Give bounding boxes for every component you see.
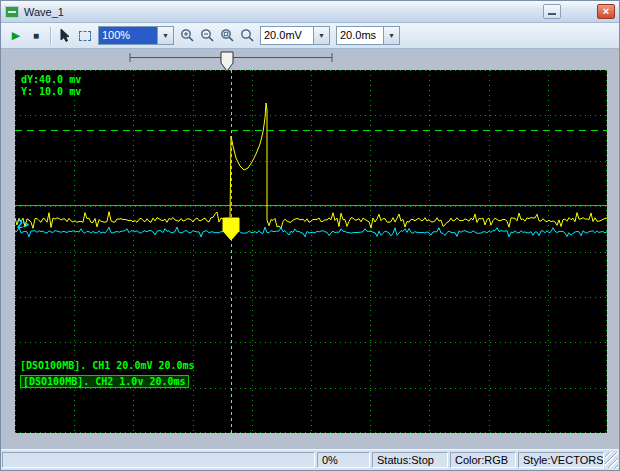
zoom-window-button[interactable] [217, 26, 237, 46]
window-title: Wave_1 [24, 6, 543, 18]
chevron-down-icon[interactable]: ▼ [313, 27, 329, 44]
content-area: dY:40.0 mv Y: 10.0 mv 2> [DSO100MB]. CH1… [1, 49, 619, 449]
chevron-down-icon[interactable]: ▼ [383, 27, 399, 44]
zoom-select[interactable]: 100% ▼ [98, 26, 174, 45]
toolbar: ▶ ■ 100% ▼ [1, 23, 619, 49]
trigger-position-slider[interactable] [129, 51, 333, 73]
resize-grip[interactable] [605, 452, 618, 468]
chevron-down-icon[interactable]: ▼ [157, 27, 173, 44]
scope-display[interactable]: dY:40.0 mv Y: 10.0 mv 2> [DSO100MB]. CH1… [15, 70, 607, 433]
volts-div-value[interactable]: 20.0mV [261, 27, 313, 44]
progress-percent: 0% [317, 452, 370, 468]
time-div-select[interactable]: 20.0ms ▼ [336, 26, 400, 45]
zoom-in-button[interactable] [177, 26, 197, 46]
minimize-button[interactable] [543, 4, 561, 19]
pointer-tool-button[interactable] [55, 26, 75, 46]
channel2-marker: 2> [17, 219, 29, 230]
status-color-mode: Color:RGB [450, 452, 516, 468]
status-message [2, 452, 315, 468]
zoom-out-icon [200, 28, 215, 43]
play-icon: ▶ [12, 29, 20, 42]
select-region-button[interactable] [75, 26, 95, 46]
time-div-value[interactable]: 20.0ms [337, 27, 383, 44]
cursor-delta-readout: dY:40.0 mv [21, 74, 81, 85]
toolbar-separator [50, 27, 51, 45]
app-window: Wave_1 × ▶ ■ 100% ▼ [0, 0, 620, 471]
zoom-fit-icon [240, 28, 255, 43]
titlebar[interactable]: Wave_1 × [1, 1, 619, 23]
app-icon [5, 6, 19, 18]
zoom-fit-button[interactable] [237, 26, 257, 46]
selection-rect-icon [79, 31, 91, 41]
status-draw-style: Style:VECTORS [518, 452, 604, 468]
cursor-y-readout: Y: 10.0 mv [21, 86, 81, 97]
ch2-settings-readout: [DSO100MB]. CH2 1.0v 20.0ms [20, 375, 189, 388]
status-run-state: Status:Stop [372, 452, 448, 468]
stop-icon: ■ [33, 30, 39, 41]
zoom-value[interactable]: 100% [99, 27, 157, 44]
volts-div-select[interactable]: 20.0mV ▼ [260, 26, 330, 45]
statusbar: 0% Status:Stop Color:RGB Style:VECTORS [1, 449, 619, 470]
ch1-settings-readout: [DSO100MB]. CH1 20.0mV 20.0ms [20, 360, 195, 371]
close-button[interactable]: × [597, 4, 615, 19]
zoom-in-icon [180, 28, 195, 43]
stop-button[interactable]: ■ [26, 26, 46, 46]
play-button[interactable]: ▶ [6, 26, 26, 46]
zoom-window-icon [220, 28, 235, 43]
cursor-arrow-icon [58, 28, 72, 43]
zoom-out-button[interactable] [197, 26, 217, 46]
